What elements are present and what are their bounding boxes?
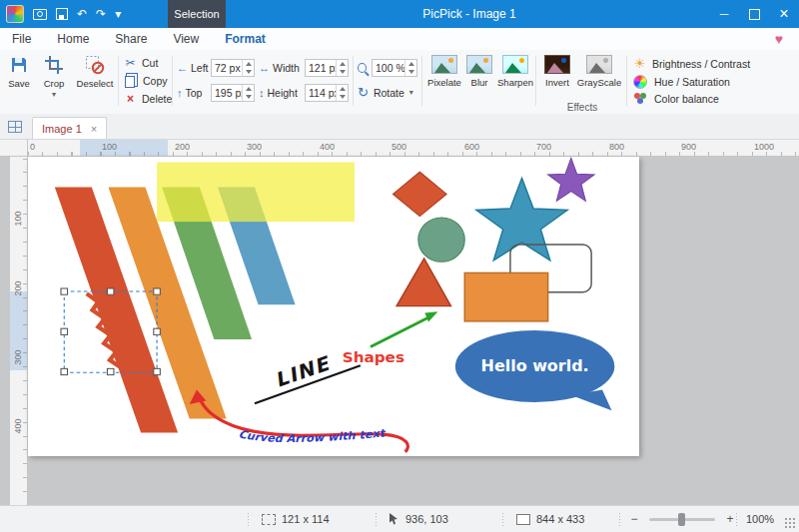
- delete-button[interactable]: ×Delete: [124, 92, 172, 106]
- image-size-status: 844 x 433: [516, 506, 584, 532]
- redo-icon[interactable]: ↷: [96, 0, 106, 28]
- zoom-spin-down[interactable]: [405, 68, 416, 76]
- favorite-heart-icon[interactable]: ♥: [775, 28, 799, 50]
- hue-saturation-button[interactable]: Hue / Saturation: [632, 75, 750, 89]
- pixelate-button[interactable]: Pixelate: [426, 50, 462, 88]
- arrow-up-icon: ↑: [177, 87, 183, 99]
- green-arrow-line: [371, 317, 427, 346]
- maximize-button[interactable]: [739, 0, 769, 28]
- ruler-tick: 300: [247, 142, 262, 152]
- ribbon-divider: [118, 56, 119, 106]
- image-size-icon: [516, 514, 530, 525]
- image-canvas[interactable]: Shapes LINE Curved Arrow with text Hello…: [28, 157, 639, 456]
- copy-button[interactable]: Copy: [124, 74, 172, 88]
- left-label: ←Left: [177, 62, 207, 74]
- tab-image1[interactable]: Image 1 ×: [32, 117, 107, 139]
- zoom-in-button[interactable]: +: [723, 512, 737, 526]
- deselect-button[interactable]: Deselect: [72, 50, 118, 97]
- app-logo-icon: [6, 5, 24, 23]
- brightness-contrast-button[interactable]: ☀Brightness / Contrast: [632, 56, 750, 71]
- qat-customize-icon[interactable]: ▾: [115, 0, 121, 28]
- minimize-button[interactable]: ─: [709, 0, 739, 28]
- zoom-out-button[interactable]: −: [627, 512, 641, 526]
- zoom-spinner[interactable]: 100 %: [372, 59, 417, 77]
- selection-handle[interactable]: [107, 288, 114, 294]
- invert-button[interactable]: Invert: [540, 50, 574, 88]
- ribbon-divider: [626, 56, 627, 106]
- save-quick-icon[interactable]: [56, 8, 68, 20]
- selection-handle[interactable]: [154, 368, 161, 374]
- ruler-tick: 100: [13, 209, 23, 229]
- selection-handle[interactable]: [107, 368, 114, 374]
- ribbon-group-filters: Pixelate Blur Sharpen: [426, 50, 534, 88]
- pixelate-icon: [431, 55, 457, 74]
- menu-share[interactable]: Share: [115, 28, 147, 50]
- crop-icon: [44, 55, 64, 75]
- grayscale-button[interactable]: GrayScale: [576, 50, 622, 88]
- selection-handle[interactable]: [61, 288, 68, 294]
- teal-star: [476, 178, 567, 260]
- yellow-rectangle: [157, 163, 355, 223]
- rotate-button[interactable]: ↻ Rotate ▾: [358, 85, 417, 100]
- width-spinner[interactable]: 121 px: [305, 59, 349, 77]
- rotate-icon: ↻: [358, 85, 369, 100]
- left-spin-up[interactable]: [243, 60, 254, 68]
- color-balance-button[interactable]: Color balance: [632, 93, 750, 105]
- ruler-tick: 600: [464, 142, 479, 152]
- ruler-tick: 400: [320, 142, 335, 152]
- crop-dropdown-icon[interactable]: ▾: [52, 92, 56, 97]
- resize-grip[interactable]: [784, 517, 796, 529]
- capture-icon[interactable]: [33, 9, 47, 20]
- height-spin-down[interactable]: [337, 93, 348, 101]
- undo-icon[interactable]: ↶: [77, 0, 87, 28]
- ribbon: Save Crop ▾ Deselect ✂Cut Copy ×Delete ←…: [0, 50, 799, 115]
- selection-handle[interactable]: [154, 288, 161, 294]
- red-triangle: [397, 259, 450, 306]
- left-spinner[interactable]: 72 px: [211, 59, 255, 77]
- zoom-slider[interactable]: [649, 518, 715, 521]
- zoom-spin-up[interactable]: [405, 60, 416, 68]
- color-balance-icon: [634, 93, 640, 99]
- blur-icon: [466, 55, 492, 74]
- mode-tab-selection[interactable]: Selection: [168, 0, 226, 28]
- zoom-percent[interactable]: 100%: [746, 506, 774, 532]
- tab-close-icon[interactable]: ×: [91, 123, 97, 135]
- top-spin-up[interactable]: [243, 85, 254, 93]
- ribbon-divider: [421, 56, 422, 106]
- ruler-tick: 700: [536, 142, 551, 152]
- menu-format[interactable]: Format: [225, 28, 266, 52]
- zoom-slider-thumb[interactable]: [678, 513, 685, 526]
- selection-handle[interactable]: [61, 328, 68, 334]
- height-label: ↕Height: [259, 87, 301, 99]
- ruler-tick: 100: [102, 142, 117, 152]
- cut-button[interactable]: ✂Cut: [124, 56, 172, 70]
- top-spinner[interactable]: 195 px: [211, 84, 255, 102]
- menu-file[interactable]: File: [12, 28, 31, 50]
- sharpen-button[interactable]: Sharpen: [496, 50, 534, 88]
- width-spin-down[interactable]: [337, 68, 348, 76]
- tab-image1-label: Image 1: [42, 123, 82, 135]
- ribbon-group-selection: Save Crop ▾ Deselect: [2, 50, 118, 97]
- arrow-vertical-icon: ↕: [259, 87, 265, 99]
- crop-button[interactable]: Crop ▾: [38, 50, 70, 97]
- height-spinner[interactable]: 114 px: [305, 84, 349, 102]
- close-button[interactable]: ×: [769, 0, 799, 28]
- selection-handle[interactable]: [61, 368, 68, 374]
- ruler-tick: 400: [13, 416, 23, 436]
- save-button[interactable]: Save: [2, 50, 36, 97]
- ribbon-group-position-size: ←Left 72 px ↔Width 121 px ↑Top 195 px ↕H…: [177, 50, 349, 102]
- width-spin-up[interactable]: [337, 60, 348, 68]
- window-arrange-icon[interactable]: [8, 121, 22, 133]
- blur-button[interactable]: Blur: [464, 50, 494, 88]
- left-spin-down[interactable]: [243, 68, 254, 76]
- ruler-corner: [0, 140, 28, 157]
- menu-view[interactable]: View: [173, 28, 199, 50]
- sun-icon: ☀: [632, 56, 647, 71]
- menu-home[interactable]: Home: [57, 28, 89, 50]
- top-spin-down[interactable]: [243, 93, 254, 101]
- height-spin-up[interactable]: [337, 85, 348, 93]
- menu-bar: File Home Share View Format ♥: [0, 28, 799, 50]
- selection-handle[interactable]: [154, 328, 161, 334]
- cursor-icon: [390, 513, 400, 525]
- status-separator: [736, 512, 737, 526]
